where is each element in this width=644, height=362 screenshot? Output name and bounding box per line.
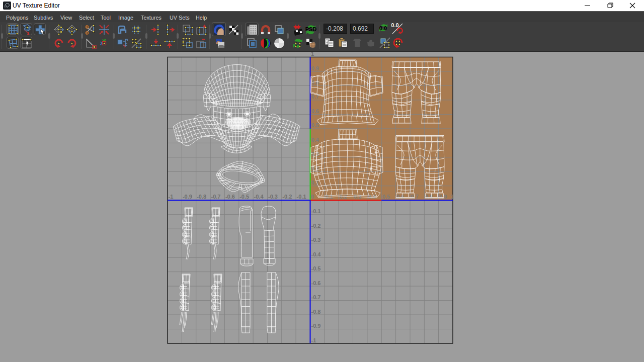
svg-text:0.6: 0.6	[311, 108, 319, 114]
svg-text:0.4: 0.4	[368, 194, 376, 200]
svg-text:-1: -1	[311, 337, 316, 343]
svg-text:-0.1: -0.1	[311, 208, 321, 214]
svg-text:-0.7: -0.7	[311, 294, 321, 300]
svg-text:-0.6: -0.6	[225, 194, 235, 200]
svg-text:0.7: 0.7	[311, 94, 319, 100]
svg-text:0.4: 0.4	[311, 137, 319, 143]
svg-text:-0.3: -0.3	[311, 237, 321, 243]
svg-text:0: 0	[311, 194, 314, 200]
svg-text:0.0: 0.0	[379, 25, 386, 31]
svg-text:0.0: 0.0	[391, 23, 399, 28]
svg-text:-0.5: -0.5	[311, 265, 321, 272]
svg-text:0.5: 0.5	[311, 122, 319, 128]
svg-text:-0.2: -0.2	[282, 194, 292, 200]
svg-text:0.9: 0.9	[439, 194, 447, 200]
svg-text:-1: -1	[169, 194, 174, 200]
svg-text:-0.3: -0.3	[268, 194, 278, 200]
svg-text:PSD: PSD	[305, 26, 317, 32]
svg-text:-0.2: -0.2	[311, 223, 321, 229]
svg-text:-0.7: -0.7	[211, 194, 221, 200]
svg-text:0.6: 0.6	[396, 194, 404, 200]
svg-text:0.5: 0.5	[382, 194, 390, 200]
svg-text:-0.8: -0.8	[197, 194, 206, 200]
svg-text:1: 1	[451, 194, 454, 200]
svg-text:-0.4: -0.4	[311, 251, 321, 257]
svg-text:-0.4: -0.4	[254, 194, 264, 200]
svg-text:-0.9: -0.9	[183, 194, 192, 200]
svg-text:-0.6: -0.6	[311, 280, 321, 286]
svg-text:-0.9: -0.9	[311, 323, 321, 329]
svg-text:-0.5: -0.5	[239, 194, 249, 200]
svg-text:0.9: 0.9	[311, 65, 319, 71]
svg-text:-0.8: -0.8	[311, 309, 321, 315]
svg-text:1: 1	[311, 52, 314, 57]
svg-text:-0.1: -0.1	[297, 194, 306, 200]
